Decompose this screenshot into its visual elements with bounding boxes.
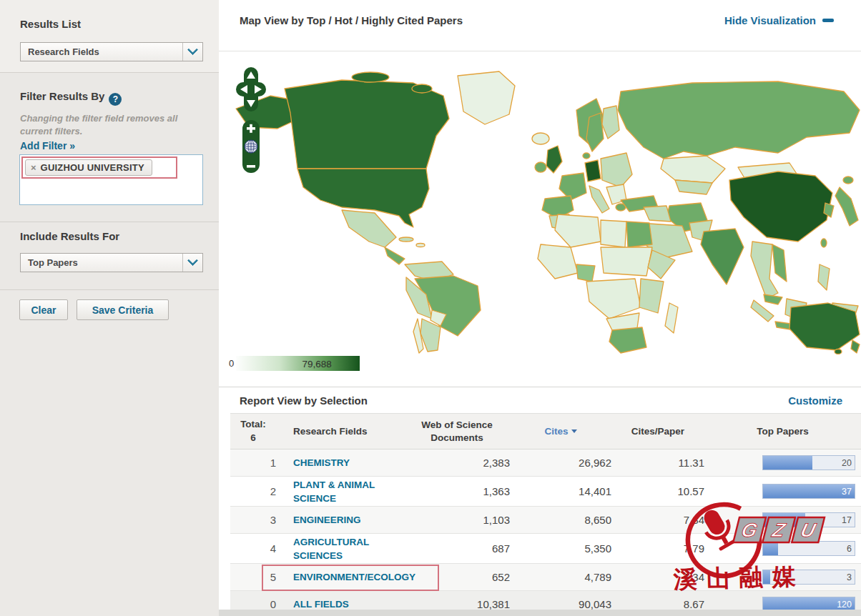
filter-tag-guizhou-university[interactable]: × GUIZHOU UNIVERSITY bbox=[25, 159, 152, 176]
choropleth-legend: 0 79,688 bbox=[229, 356, 360, 371]
research-field-link[interactable]: ALL FIELDS bbox=[293, 599, 349, 610]
row-cites-per-paper: 8.67 bbox=[611, 598, 704, 610]
report-view-title: Report View by Selection bbox=[240, 394, 368, 407]
header-wos-documents: Web of Science Documents bbox=[404, 419, 510, 444]
country-region[interactable] bbox=[589, 186, 609, 213]
research-field-link[interactable]: CHEMISTRY bbox=[293, 457, 350, 468]
country-region[interactable] bbox=[538, 244, 578, 279]
country-region[interactable] bbox=[665, 303, 678, 333]
country-region[interactable] bbox=[639, 279, 664, 313]
row-rank: 1 bbox=[230, 457, 276, 469]
country-region[interactable] bbox=[601, 220, 626, 247]
row-rank: 4 bbox=[230, 542, 276, 555]
country-region[interactable] bbox=[821, 239, 827, 247]
pan-compass-icon bbox=[236, 67, 266, 111]
esi-application-window: Results List Research Fields Filter Resu… bbox=[0, 0, 861, 616]
top-papers-value: 37 bbox=[842, 487, 852, 497]
include-results-dropdown[interactable]: Top Papers bbox=[20, 253, 203, 272]
table-row: 4AGRICULTURAL SCIENCES6875,3507.796 bbox=[230, 534, 861, 564]
remove-filter-icon[interactable]: × bbox=[31, 162, 36, 173]
country-region[interactable] bbox=[835, 187, 858, 226]
country-region[interactable] bbox=[412, 84, 432, 93]
table-row: 5ENVIRONMENT/ECOLOGY6524,7897.343 bbox=[230, 564, 861, 591]
top-papers-value: 3 bbox=[847, 572, 852, 582]
hide-visualization-link[interactable]: Hide Visualization bbox=[724, 14, 834, 26]
country-region[interactable] bbox=[352, 72, 389, 82]
header-cites-per-paper: Cites/Paper bbox=[611, 426, 704, 437]
country-region[interactable] bbox=[385, 247, 405, 264]
main-content: Map View by Top / Hot / Highly Cited Pap… bbox=[219, 0, 861, 616]
country-region[interactable] bbox=[661, 156, 725, 183]
legend-max-value: 79,688 bbox=[302, 358, 331, 369]
country-region[interactable] bbox=[458, 71, 515, 124]
country-region[interactable] bbox=[772, 244, 787, 282]
filter-results-section: Filter Results By? Changing the filter f… bbox=[0, 73, 219, 222]
map-navigation-controls[interactable] bbox=[235, 66, 267, 179]
country-region[interactable] bbox=[851, 340, 860, 353]
table-row: 2PLANT & ANIMAL SCIENCE1,36314,40110.573… bbox=[230, 477, 861, 507]
country-region[interactable] bbox=[583, 153, 590, 159]
country-region[interactable] bbox=[559, 173, 586, 200]
header-research-fields: Research Fields bbox=[293, 426, 404, 437]
research-field-link[interactable]: ENGINEERING bbox=[293, 515, 361, 525]
results-list-section: Results List Research Fields bbox=[0, 0, 219, 73]
country-region[interactable] bbox=[644, 206, 671, 222]
country-region[interactable] bbox=[729, 172, 832, 242]
legend-gradient-bar: 79,688 bbox=[236, 356, 360, 371]
country-region[interactable] bbox=[555, 214, 601, 247]
research-field-link[interactable]: AGRICULTURAL SCIENCES bbox=[293, 537, 369, 561]
country-region[interactable] bbox=[399, 237, 413, 242]
top-papers-bar: 17 bbox=[762, 512, 855, 527]
add-filter-link[interactable]: Add Filter » bbox=[20, 140, 75, 151]
country-region[interactable] bbox=[285, 80, 449, 169]
country-region[interactable] bbox=[535, 162, 546, 172]
results-list-dropdown[interactable]: Research Fields bbox=[20, 42, 203, 61]
clear-button[interactable]: Clear bbox=[19, 299, 68, 320]
chevron-down-icon[interactable] bbox=[182, 43, 202, 61]
country-region[interactable] bbox=[818, 264, 830, 290]
row-cites: 26,962 bbox=[510, 457, 611, 469]
country-region[interactable] bbox=[585, 160, 601, 182]
country-region[interactable] bbox=[601, 153, 632, 187]
help-icon[interactable]: ? bbox=[109, 93, 122, 106]
top-papers-bar: 6 bbox=[762, 541, 855, 556]
country-region[interactable] bbox=[546, 146, 562, 173]
world-map-choropleth[interactable] bbox=[235, 67, 861, 354]
header-cites-sort[interactable]: Cites bbox=[510, 426, 611, 437]
map-view-title: Map View by Top / Hot / Highly Cited Pap… bbox=[240, 14, 463, 26]
country-region[interactable] bbox=[843, 177, 853, 184]
country-region[interactable] bbox=[342, 210, 396, 247]
country-region[interactable] bbox=[532, 133, 549, 144]
country-region[interactable] bbox=[626, 222, 652, 247]
country-region[interactable] bbox=[701, 229, 744, 284]
country-region[interactable] bbox=[835, 349, 842, 354]
customize-link[interactable]: Customize bbox=[788, 394, 842, 407]
collapse-dash-icon[interactable] bbox=[822, 19, 834, 22]
research-field-link[interactable]: ENVIRONMENT/ECOLOGY bbox=[293, 572, 415, 582]
country-region[interactable] bbox=[586, 279, 641, 319]
row-docs: 687 bbox=[404, 542, 510, 555]
country-region[interactable] bbox=[751, 300, 774, 322]
chevron-down-icon[interactable] bbox=[182, 254, 202, 272]
active-filters-box[interactable]: × GUIZHOU UNIVERSITY bbox=[19, 154, 203, 205]
country-region[interactable] bbox=[602, 106, 619, 139]
filter-note-text: Changing the filter field removes all cu… bbox=[20, 112, 200, 137]
include-results-section: Include Results For Top Papers bbox=[0, 222, 219, 290]
save-criteria-button[interactable]: Save Criteria bbox=[77, 299, 169, 320]
country-region[interactable] bbox=[609, 327, 646, 353]
top-papers-value: 6 bbox=[847, 544, 852, 554]
research-field-link[interactable]: PLANT & ANIMAL SCIENCE bbox=[293, 480, 375, 504]
filter-tag-label: GUIZHOU UNIVERSITY bbox=[41, 162, 144, 173]
top-papers-bar: 37 bbox=[762, 484, 855, 499]
row-cites-per-paper: 7.84 bbox=[611, 514, 704, 526]
table-body: 1CHEMISTRY2,38326,96211.31202PLANT & ANI… bbox=[230, 449, 861, 616]
country-region[interactable] bbox=[416, 244, 425, 247]
country-region[interactable] bbox=[764, 294, 782, 304]
country-region[interactable] bbox=[601, 247, 652, 276]
country-region[interactable] bbox=[576, 264, 595, 282]
country-region[interactable] bbox=[675, 180, 712, 194]
country-region[interactable] bbox=[789, 303, 860, 350]
country-region[interactable] bbox=[586, 113, 604, 151]
country-region[interactable] bbox=[618, 81, 860, 159]
row-docs: 1,103 bbox=[404, 514, 510, 526]
